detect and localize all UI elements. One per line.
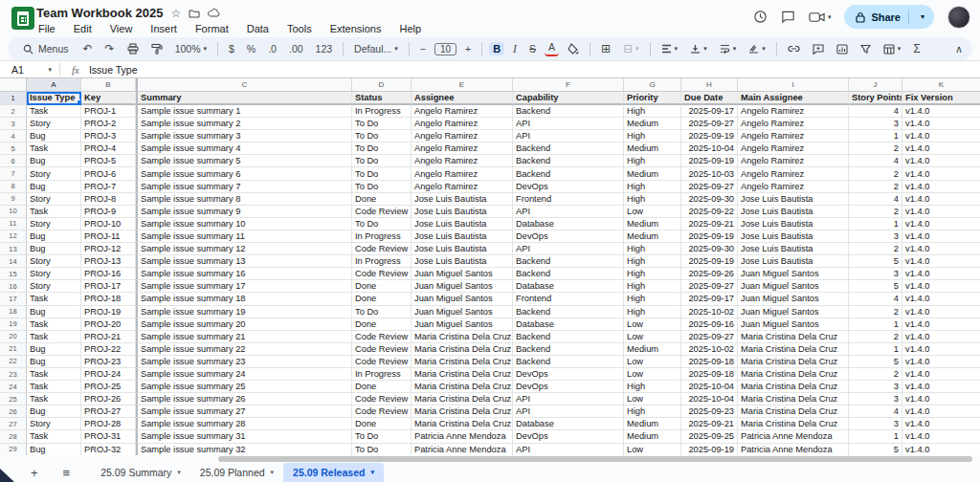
cell-c2[interactable]: Sample issue summary 1 [136, 105, 352, 118]
cell-i16[interactable]: Juan Miguel Santos [738, 280, 849, 293]
cell-a10[interactable]: Task [27, 206, 81, 218]
cell-e11[interactable]: Jose Luis Bautista [412, 218, 513, 230]
cell-g1[interactable]: Priority [624, 92, 681, 105]
cell-f15[interactable]: Backend [513, 268, 624, 280]
cell-b26[interactable]: PROJ-27 [81, 405, 136, 418]
all-sheets-button[interactable]: ≡ [63, 466, 71, 480]
cell-h27[interactable]: 2025-09-21 [681, 418, 738, 430]
cell-a8[interactable]: Bug [27, 181, 81, 193]
cell-k20[interactable]: v1.4.0 [902, 331, 980, 343]
cell-i23[interactable]: Maria Cristina Dela Cruz [738, 368, 849, 381]
cell-a20[interactable]: Task [27, 331, 81, 343]
cell-d29[interactable]: To Do [352, 444, 412, 455]
cell-d1[interactable]: Status [352, 92, 412, 105]
cell-g14[interactable]: High [624, 255, 681, 268]
cell-f4[interactable]: API [513, 130, 624, 142]
cell-j29[interactable]: 5 [849, 444, 902, 455]
cell-d18[interactable]: To Do [352, 306, 412, 318]
cell-j28[interactable]: 1 [849, 430, 902, 443]
menu-edit[interactable]: Edit [72, 22, 94, 35]
cell-b25[interactable]: PROJ-26 [81, 393, 136, 405]
cell-d20[interactable]: Code Review [352, 331, 412, 343]
cell-e27[interactable]: Maria Cristina Dela Cruz [412, 418, 513, 430]
cell-c3[interactable]: Sample issue summary 2 [136, 118, 352, 130]
cell-a22[interactable]: Bug [27, 356, 81, 368]
cell-f5[interactable]: Backend [513, 142, 624, 155]
cell-d24[interactable]: Done [352, 381, 412, 393]
cell-f12[interactable]: DevOps [513, 230, 624, 243]
row-header-18[interactable]: 18 [0, 306, 27, 318]
cell-d21[interactable]: Code Review [352, 343, 412, 356]
cell-f29[interactable]: API [513, 444, 624, 455]
row-header-20[interactable]: 20 [0, 331, 27, 343]
cell-c28[interactable]: Sample issue summary 31 [136, 430, 352, 443]
cell-a28[interactable]: Task [27, 430, 81, 443]
more-formats-button[interactable]: 123 [312, 42, 337, 55]
cell-b22[interactable]: PROJ-23 [81, 356, 136, 368]
row-header-29[interactable]: 29 [0, 444, 27, 455]
cell-d2[interactable]: In Progress [352, 105, 412, 118]
cell-j17[interactable]: 4 [849, 293, 902, 305]
format-currency-button[interactable]: $ [225, 42, 238, 55]
cell-d17[interactable]: Done [352, 293, 412, 305]
cell-i21[interactable]: Maria Cristina Dela Cruz [738, 343, 849, 356]
cell-b11[interactable]: PROJ-10 [81, 218, 136, 230]
cell-c12[interactable]: Sample issue summary 11 [136, 230, 352, 243]
cell-h13[interactable]: 2025-09-30 [681, 243, 738, 255]
row-header-17[interactable]: 17 [0, 293, 27, 305]
cell-g12[interactable]: Medium [624, 230, 681, 243]
cell-d14[interactable]: In Progress [352, 255, 412, 268]
row-header-3[interactable]: 3 [0, 118, 27, 130]
cell-j22[interactable]: 5 [849, 356, 902, 368]
print-button[interactable] [123, 42, 143, 55]
cell-c27[interactable]: Sample issue summary 28 [136, 418, 352, 430]
row-header-7[interactable]: 7 [0, 167, 27, 180]
create-filter-button[interactable] [857, 43, 875, 55]
cell-a25[interactable]: Task [27, 393, 81, 405]
column-header-b[interactable]: B [81, 78, 136, 92]
cell-f2[interactable]: Backend [513, 105, 624, 118]
cell-a16[interactable]: Story [27, 280, 81, 293]
cell-h1[interactable]: Due Date [681, 92, 738, 105]
cell-c16[interactable]: Sample issue summary 17 [136, 280, 352, 293]
star-icon[interactable]: ☆ [170, 8, 181, 19]
cell-j3[interactable]: 3 [849, 118, 902, 130]
cell-k15[interactable]: v1.4.0 [902, 268, 980, 280]
cell-i9[interactable]: Jose Luis Bautista [738, 193, 849, 206]
cell-f6[interactable]: Backend [513, 155, 624, 167]
cell-c20[interactable]: Sample issue summary 21 [136, 331, 352, 343]
meet-video-icon[interactable]: ▾ [809, 11, 832, 23]
row-header-26[interactable]: 26 [0, 405, 27, 418]
sheet-tab-summary[interactable]: 25.09 Summary▾ [91, 463, 190, 482]
cell-f11[interactable]: Database [513, 218, 624, 230]
cell-d26[interactable]: Code Review [352, 405, 412, 418]
borders-button[interactable]: ⊞ [597, 41, 614, 56]
menu-insert[interactable]: Insert [148, 22, 179, 35]
cell-i13[interactable]: Jose Luis Bautista [738, 243, 849, 255]
cell-h6[interactable]: 2025-09-19 [681, 155, 738, 167]
cell-k19[interactable]: v1.4.0 [902, 318, 980, 331]
row-header-12[interactable]: 12 [0, 230, 27, 243]
menu-data[interactable]: Data [245, 22, 271, 35]
cell-a2[interactable]: Task [27, 105, 81, 118]
cell-a15[interactable]: Story [27, 268, 81, 280]
cell-k17[interactable]: v1.4.0 [902, 293, 980, 305]
cell-b2[interactable]: PROJ-1 [81, 105, 136, 118]
cell-c21[interactable]: Sample issue summary 22 [136, 343, 352, 356]
cell-c10[interactable]: Sample issue summary 9 [136, 206, 352, 218]
functions-button[interactable]: Σ [909, 41, 924, 56]
cell-e19[interactable]: Juan Miguel Santos [412, 318, 513, 331]
cell-b7[interactable]: PROJ-6 [81, 167, 136, 180]
cell-h4[interactable]: 2025-09-19 [681, 130, 738, 142]
cell-g17[interactable]: High [624, 293, 681, 305]
cell-c17[interactable]: Sample issue summary 18 [136, 293, 352, 305]
row-header-24[interactable]: 24 [0, 381, 27, 393]
cell-a3[interactable]: Story [27, 118, 81, 130]
cell-a5[interactable]: Task [27, 142, 81, 155]
cell-e5[interactable]: Angelo Ramirez [412, 142, 513, 155]
cell-b14[interactable]: PROJ-13 [81, 255, 136, 268]
cell-a27[interactable]: Story [27, 418, 81, 430]
cell-g9[interactable]: High [624, 193, 681, 206]
cell-d5[interactable]: To Do [352, 142, 412, 155]
menu-view[interactable]: View [108, 22, 135, 35]
